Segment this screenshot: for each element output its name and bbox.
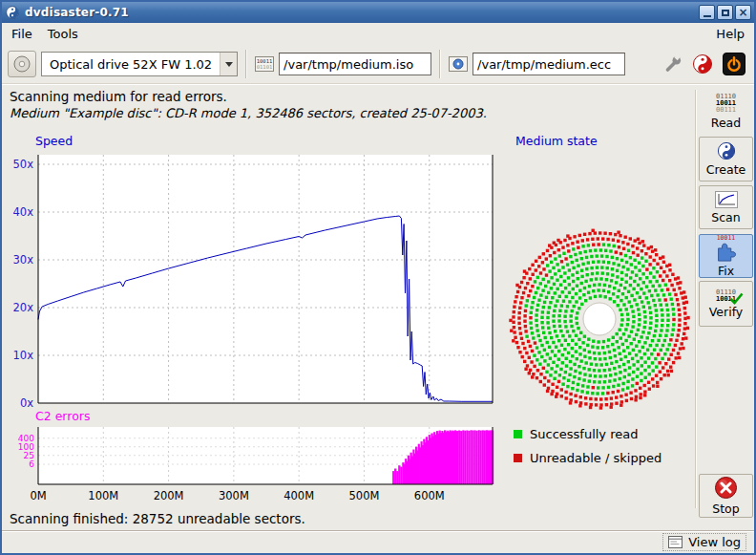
puzzle-piece-icon: 10011 xyxy=(715,235,737,262)
app-window: dvdisaster-0.71 × File Tools Help Optica… xyxy=(0,0,756,555)
wrench-icon xyxy=(663,54,682,74)
drive-load-button[interactable] xyxy=(8,51,36,77)
yin-yang-icon xyxy=(717,141,736,160)
svg-text:20x: 20x xyxy=(13,301,34,314)
ecc-path-input[interactable] xyxy=(472,53,625,75)
read-label: Read xyxy=(711,116,741,130)
verify-button[interactable]: 01110 10011 Verify xyxy=(699,281,753,327)
dvdisaster-logo-button[interactable] xyxy=(691,53,714,75)
read-button[interactable]: 01110 10011 00111 Read xyxy=(699,91,753,133)
status-line-1: Scanning medium for read errors. xyxy=(10,89,754,105)
red-yin-yang-icon xyxy=(692,53,713,75)
binary-lines-icon: 01110 10011 00111 xyxy=(716,94,736,114)
medium-state-legend: Successfully read Unreadable / skipped xyxy=(514,422,662,470)
disc-icon xyxy=(11,53,32,75)
drive-select-value: Optical drive 52X FW 1.02 xyxy=(42,57,220,72)
window-controls: × xyxy=(699,5,751,20)
quit-button[interactable] xyxy=(722,52,746,76)
titlebar[interactable]: dvdisaster-0.71 × xyxy=(2,2,754,23)
legend-item-bad: Unreadable / skipped xyxy=(514,446,662,470)
legend-item-good: Successfully read xyxy=(514,422,662,446)
toolbar-right-group xyxy=(662,52,748,76)
minimize-button[interactable] xyxy=(699,5,715,20)
svg-text:6: 6 xyxy=(29,459,34,469)
svg-text:10x: 10x xyxy=(13,349,34,362)
svg-text:100M: 100M xyxy=(88,489,118,502)
good-sector-label: Successfully read xyxy=(530,427,638,441)
view-log-label: View log xyxy=(688,535,741,549)
red-x-circle-icon xyxy=(714,476,738,500)
fix-label: Fix xyxy=(718,264,734,278)
check-icon xyxy=(729,292,744,305)
svg-text:400M: 400M xyxy=(284,489,314,502)
log-window-icon xyxy=(668,536,682,548)
svg-text:30x: 30x xyxy=(13,253,34,267)
scan-button[interactable]: Scan xyxy=(699,185,753,229)
svg-text:01101: 01101 xyxy=(257,64,273,70)
menu-file[interactable]: File xyxy=(4,25,40,43)
close-icon: × xyxy=(738,7,747,18)
iso-file-icon: 10011 01101 xyxy=(255,55,274,73)
scan-result-text: Scanning finished: 28752 unreadable sect… xyxy=(10,511,305,526)
svg-text:40x: 40x xyxy=(13,205,34,219)
verify-label: Verify xyxy=(709,305,743,319)
view-log-button[interactable]: View log xyxy=(662,533,746,551)
menu-help[interactable]: Help xyxy=(708,25,752,43)
minimize-icon xyxy=(704,15,711,17)
create-label: Create xyxy=(706,162,746,177)
svg-text:200M: 200M xyxy=(154,489,184,502)
drive-select[interactable]: Optical drive 52X FW 1.02 xyxy=(41,52,238,76)
medium-state-disc xyxy=(508,227,691,411)
close-button[interactable]: × xyxy=(735,5,751,20)
good-sector-swatch xyxy=(514,430,522,438)
preferences-button[interactable] xyxy=(662,53,683,75)
svg-text:0M: 0M xyxy=(30,489,46,502)
sidebar-separator xyxy=(695,90,697,508)
window-title: dvdisaster-0.71 xyxy=(25,6,694,19)
toolbar-separator xyxy=(245,50,247,78)
svg-text:600M: 600M xyxy=(414,489,445,502)
power-icon xyxy=(723,53,746,75)
stop-button[interactable]: Stop xyxy=(699,474,753,518)
chevron-down-icon xyxy=(220,53,237,75)
iso-path-input[interactable] xyxy=(279,53,431,75)
app-yin-yang-icon xyxy=(5,5,20,20)
maximize-button[interactable] xyxy=(717,5,733,20)
stop-label: Stop xyxy=(712,502,739,516)
fix-button[interactable]: 10011 Fix xyxy=(699,234,753,278)
svg-text:500M: 500M xyxy=(349,489,380,502)
toolbar: Optical drive 52X FW 1.02 10011 01101 xyxy=(2,45,754,84)
create-button[interactable]: Create xyxy=(699,137,753,181)
svg-text:300M: 300M xyxy=(219,489,249,502)
svg-text:0x: 0x xyxy=(20,396,33,410)
ecc-file-icon xyxy=(449,55,468,73)
status-area: Scanning medium for read errors. Medium … xyxy=(10,89,754,121)
maximize-icon xyxy=(722,10,729,16)
menubar: File Tools Help xyxy=(2,23,754,45)
bad-sector-label: Unreadable / skipped xyxy=(530,451,662,465)
svg-text:50x: 50x xyxy=(13,158,34,171)
binary-check-icon: 01110 10011 xyxy=(716,289,736,303)
bad-sector-swatch xyxy=(514,454,522,462)
menu-tools[interactable]: Tools xyxy=(40,25,86,43)
bottom-statusbar: View log xyxy=(2,530,754,553)
scan-label: Scan xyxy=(711,210,740,224)
status-line-2: Medium "Example disc": CD-R mode 1, 3524… xyxy=(10,105,754,121)
mini-graph-icon xyxy=(715,191,738,208)
toolbar-separator xyxy=(439,50,441,78)
